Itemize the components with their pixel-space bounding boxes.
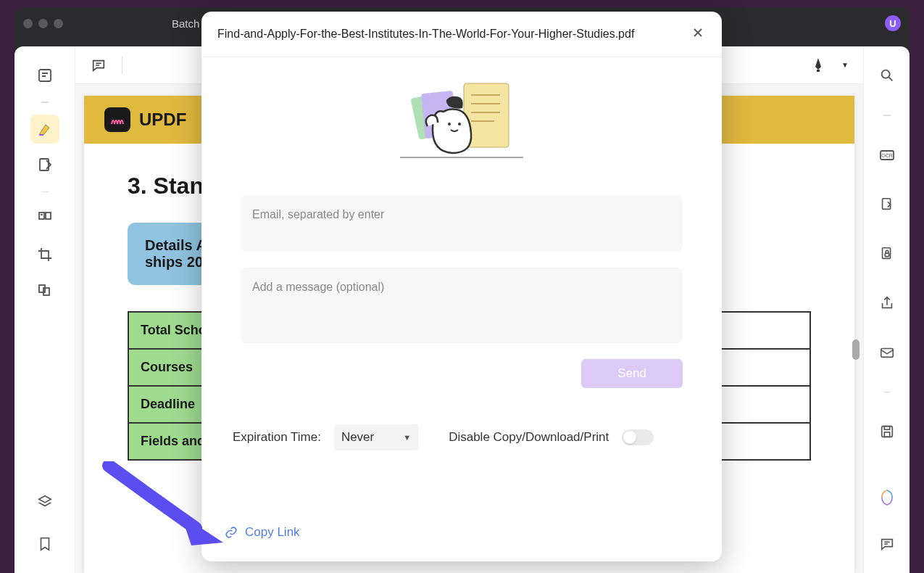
link-icon xyxy=(225,526,238,539)
svg-rect-22 xyxy=(881,426,892,437)
svg-rect-20 xyxy=(885,253,889,257)
svg-rect-24 xyxy=(884,432,889,437)
protect-icon[interactable] xyxy=(873,239,902,268)
sidebar-left xyxy=(14,46,75,573)
chevron-down-icon: ▼ xyxy=(403,433,411,442)
share-modal: Find-and-Apply-For-the-Best-Institutes-I… xyxy=(201,12,722,561)
modal-title: Find-and-Apply-For-the-Best-Institutes-I… xyxy=(217,28,634,41)
pen-tool-icon[interactable] xyxy=(809,57,827,74)
redact-tool[interactable] xyxy=(30,276,59,305)
chevron-down-icon[interactable]: ▼ xyxy=(841,61,849,69)
notes-icon[interactable] xyxy=(873,529,902,558)
reader-tool[interactable] xyxy=(30,61,59,90)
scrollbar[interactable] xyxy=(850,93,862,566)
svg-rect-5 xyxy=(39,213,44,219)
svg-rect-6 xyxy=(46,213,51,219)
ai-assistant-icon[interactable] xyxy=(873,483,902,512)
brand-name: UPDF xyxy=(139,110,186,130)
send-button[interactable]: Send xyxy=(581,359,683,388)
close-window-button[interactable] xyxy=(23,19,33,28)
message-input[interactable] xyxy=(241,268,683,343)
share-icon[interactable] xyxy=(873,289,902,318)
modal-close-button[interactable] xyxy=(690,25,706,44)
edit-pdf-tool[interactable] xyxy=(30,151,59,180)
maximize-window-button[interactable] xyxy=(54,19,63,28)
sidebar-right: OCR xyxy=(863,46,910,573)
minimize-window-button[interactable] xyxy=(38,19,48,28)
organize-tool[interactable] xyxy=(30,204,59,233)
svg-point-36 xyxy=(448,123,451,125)
expiration-label: Expiration Time: xyxy=(233,430,321,445)
layers-icon[interactable] xyxy=(30,487,59,516)
share-illustration xyxy=(393,79,530,166)
ocr-icon[interactable]: OCR xyxy=(873,141,902,170)
svg-rect-21 xyxy=(881,348,893,357)
comment-icon[interactable] xyxy=(90,57,107,74)
expiration-select[interactable]: Never ▼ xyxy=(334,424,418,450)
save-icon[interactable] xyxy=(873,417,902,446)
copy-link-button[interactable]: Copy Link xyxy=(225,525,300,540)
svg-rect-13 xyxy=(817,70,820,72)
svg-rect-3 xyxy=(39,134,43,136)
email-icon[interactable] xyxy=(873,338,902,367)
modal-header: Find-and-Apply-For-the-Best-Institutes-I… xyxy=(201,12,722,57)
svg-point-37 xyxy=(458,123,461,125)
highlighter-tool[interactable] xyxy=(30,115,59,144)
svg-rect-23 xyxy=(884,426,889,430)
user-avatar[interactable]: U xyxy=(885,15,901,31)
search-icon[interactable] xyxy=(873,61,902,90)
updf-logo-icon xyxy=(104,107,130,132)
svg-line-15 xyxy=(888,78,892,81)
share-options-row: Expiration Time: Never ▼ Disable Copy/Do… xyxy=(230,424,694,450)
convert-icon[interactable] xyxy=(873,190,902,219)
scrollbar-thumb[interactable] xyxy=(852,339,860,360)
email-input[interactable] xyxy=(241,195,683,252)
window-controls xyxy=(23,19,63,28)
disable-copy-label: Disable Copy/Download/Print xyxy=(449,430,609,445)
expiration-value: Never xyxy=(341,430,374,445)
svg-marker-10 xyxy=(38,496,51,503)
svg-text:OCR: OCR xyxy=(881,153,893,158)
crop-tool[interactable] xyxy=(30,240,59,269)
bookmark-icon[interactable] xyxy=(30,529,59,558)
copy-link-label: Copy Link xyxy=(245,525,300,540)
disable-copy-toggle[interactable] xyxy=(622,429,654,445)
svg-point-14 xyxy=(881,70,889,78)
svg-rect-0 xyxy=(39,70,51,81)
